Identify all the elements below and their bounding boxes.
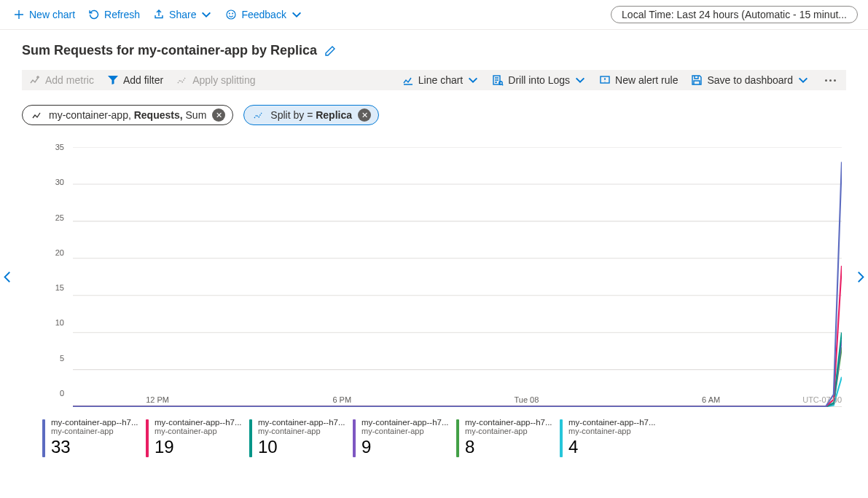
alert-icon xyxy=(599,74,611,86)
split-icon xyxy=(176,74,188,86)
new-chart-button[interactable]: New chart xyxy=(13,9,75,20)
x-tick-label: 12 PM xyxy=(146,395,169,404)
legend-swatch xyxy=(456,419,459,457)
y-tick-label: 15 xyxy=(55,283,64,292)
apply-splitting-button: Apply splitting xyxy=(176,74,255,86)
feedback-label: Feedback xyxy=(241,9,286,20)
chevron-down-icon xyxy=(467,74,479,86)
add-metric-icon xyxy=(29,74,41,86)
top-toolbar-left: New chart Refresh Share Feedback xyxy=(13,9,302,20)
legend-series-subtitle: my-container-app xyxy=(361,427,449,435)
y-tick-label: 0 xyxy=(60,389,64,398)
legend-swatch xyxy=(353,419,356,457)
legend-series-value: 10 xyxy=(258,437,345,457)
chevron-down-icon xyxy=(200,9,212,20)
top-toolbar: New chart Refresh Share Feedback Local T… xyxy=(0,0,868,30)
logs-icon xyxy=(492,74,504,86)
legend-item[interactable]: my-container-app--h7... my-container-app… xyxy=(42,418,144,457)
plus-icon xyxy=(13,9,25,20)
drill-into-logs-label: Drill into Logs xyxy=(508,74,570,86)
chevron-down-icon xyxy=(291,9,302,20)
chevron-down-icon xyxy=(574,74,586,86)
y-tick-label: 10 xyxy=(55,318,64,327)
refresh-icon xyxy=(88,9,100,20)
add-filter-label: Add filter xyxy=(123,74,163,86)
chart-area: 05101520253035 UTC-07:00 12 PM6 PMTue 08… xyxy=(22,147,846,409)
legend-series-name: my-container-app--h7... xyxy=(465,418,552,427)
legend-series-value: 33 xyxy=(51,437,138,457)
legend-series-value: 4 xyxy=(568,437,656,457)
line-chart: 05101520253035 UTC-07:00 12 PM6 PMTue 08… xyxy=(22,147,846,409)
chevron-left-icon xyxy=(1,271,15,284)
feedback-button[interactable]: Feedback xyxy=(225,9,302,20)
metric-pill-text: my-container-app, Requests, Sum xyxy=(49,109,206,121)
refresh-button[interactable]: Refresh xyxy=(88,9,140,20)
legend-series-subtitle: my-container-app xyxy=(51,427,138,435)
legend-series-name: my-container-app--h7... xyxy=(155,418,242,427)
svg-point-2 xyxy=(232,13,233,14)
legend-series-subtitle: my-container-app xyxy=(568,427,656,435)
legend-item[interactable]: my-container-app--h7... my-container-app… xyxy=(146,418,248,457)
split-pill[interactable]: Split by = Replica ✕ xyxy=(243,105,379,125)
save-icon xyxy=(691,74,703,86)
y-tick-label: 20 xyxy=(55,248,64,257)
svg-point-0 xyxy=(227,10,235,19)
chart-plot xyxy=(73,147,842,407)
new-alert-rule-label: New alert rule xyxy=(615,74,678,86)
x-tick-label: 6 AM xyxy=(702,395,720,404)
svg-point-1 xyxy=(230,13,230,14)
save-to-dashboard-label: Save to dashboard xyxy=(707,74,793,86)
add-filter-button[interactable]: Add filter xyxy=(107,74,163,86)
refresh-label: Refresh xyxy=(104,9,140,20)
time-range-picker[interactable]: Local Time: Last 24 hours (Automatic - 1… xyxy=(611,6,858,23)
apply-splitting-label: Apply splitting xyxy=(192,74,255,86)
svg-point-4 xyxy=(499,82,502,84)
filter-icon xyxy=(107,74,119,86)
add-metric-label: Add metric xyxy=(45,74,94,86)
legend-series-subtitle: my-container-app xyxy=(155,427,242,435)
legend-item[interactable]: my-container-app--h7... my-container-app… xyxy=(353,418,455,457)
y-axis-labels: 05101520253035 xyxy=(22,147,69,393)
legend-item[interactable]: my-container-app--h7... my-container-app… xyxy=(249,418,351,457)
chart-legend: my-container-app--h7... my-container-app… xyxy=(0,409,868,457)
y-tick-label: 5 xyxy=(60,354,64,363)
legend-series-subtitle: my-container-app xyxy=(258,427,345,435)
metric-pill-row: my-container-app, Requests, Sum ✕ Split … xyxy=(0,100,868,125)
split-icon xyxy=(253,109,265,121)
save-to-dashboard-button[interactable]: Save to dashboard xyxy=(691,74,809,86)
line-chart-icon xyxy=(402,74,414,86)
share-label: Share xyxy=(169,9,196,20)
legend-series-name: my-container-app--h7... xyxy=(568,418,656,427)
y-tick-label: 30 xyxy=(55,178,64,186)
chart-type-button[interactable]: Line chart xyxy=(402,74,479,86)
legend-swatch xyxy=(42,419,45,457)
legend-series-name: my-container-app--h7... xyxy=(361,418,449,427)
new-alert-rule-button[interactable]: New alert rule xyxy=(599,74,678,86)
x-tick-label: 6 PM xyxy=(332,395,351,404)
remove-split-icon[interactable]: ✕ xyxy=(358,108,371,122)
timezone-label: UTC-07:00 xyxy=(802,395,842,404)
legend-item[interactable]: my-container-app--h7... my-container-app… xyxy=(456,418,558,457)
more-options-button[interactable] xyxy=(822,79,839,82)
share-button[interactable]: Share xyxy=(153,9,212,20)
chart-toolbar-right: Line chart Drill into Logs New alert rul… xyxy=(402,74,839,86)
add-metric-button: Add metric xyxy=(29,74,94,86)
remove-metric-icon[interactable]: ✕ xyxy=(212,108,225,122)
new-chart-label: New chart xyxy=(29,9,75,20)
legend-swatch xyxy=(560,419,563,457)
next-chart-button[interactable] xyxy=(853,271,867,286)
chevron-down-icon xyxy=(797,74,809,86)
chevron-right-icon xyxy=(853,271,867,284)
y-tick-label: 35 xyxy=(55,143,64,151)
prev-chart-button[interactable] xyxy=(1,271,15,286)
chart-toolbar: Add metric Add filter Apply splitting Li… xyxy=(22,70,846,90)
legend-series-name: my-container-app--h7... xyxy=(51,418,138,427)
legend-item[interactable]: my-container-app--h7... my-container-app… xyxy=(560,418,662,457)
drill-into-logs-button[interactable]: Drill into Logs xyxy=(492,74,586,86)
edit-title-icon[interactable] xyxy=(324,45,336,57)
legend-series-value: 9 xyxy=(361,437,449,457)
legend-swatch xyxy=(146,419,149,457)
chart-toolbar-left: Add metric Add filter Apply splitting xyxy=(29,74,256,86)
metric-pill[interactable]: my-container-app, Requests, Sum ✕ xyxy=(22,105,233,125)
chart-type-label: Line chart xyxy=(418,74,463,86)
